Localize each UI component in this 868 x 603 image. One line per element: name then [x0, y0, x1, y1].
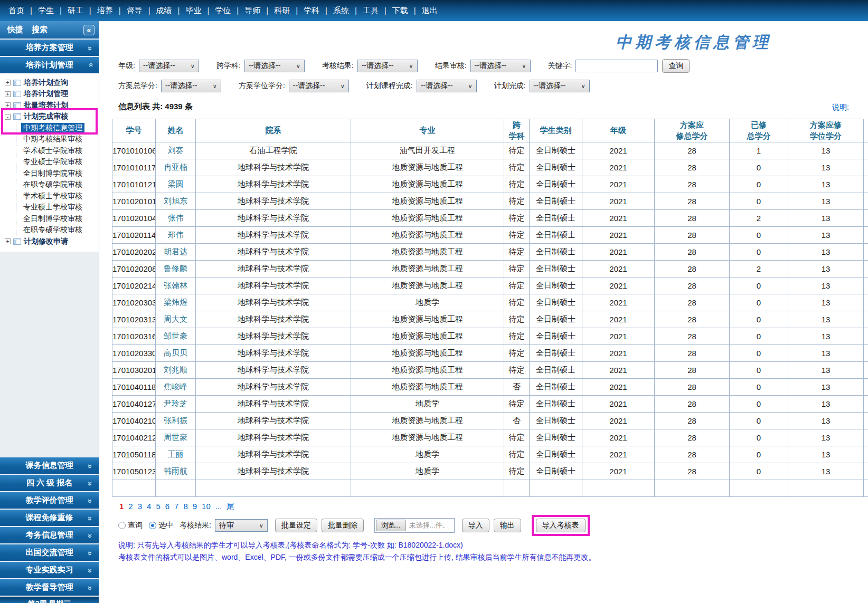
quick-link[interactable]: 快捷: [7, 25, 23, 35]
student-name-link[interactable]: 焦峻峰: [164, 382, 187, 391]
tree-branch[interactable]: + 培养计划管理: [0, 89, 99, 100]
top-menu-item[interactable]: 督导: [127, 6, 156, 16]
page-link[interactable]: 8: [183, 502, 187, 511]
filter-select[interactable]: --请选择-- ∨: [530, 80, 590, 92]
expand-toggle-icon[interactable]: +: [5, 80, 11, 85]
page-link[interactable]: 3: [138, 502, 142, 511]
batch-delete-button[interactable]: 批量删除: [322, 519, 364, 532]
tree-leaf-link[interactable]: 在职专硕学院审核: [21, 179, 84, 190]
tree-leaf-link[interactable]: 中期考核结果审核: [21, 134, 84, 145]
top-menu-item[interactable]: 学位: [215, 6, 244, 16]
page-link[interactable]: 4: [147, 502, 151, 511]
student-name-link[interactable]: 鲁修麟: [164, 264, 187, 273]
expand-toggle-icon[interactable]: +: [5, 238, 11, 244]
filter-select[interactable]: --请选择-- ∨: [470, 60, 531, 72]
student-name-link[interactable]: 周大文: [164, 314, 187, 323]
tree-branch-plan-completion-audit[interactable]: - 计划完成审核: [0, 111, 99, 123]
expand-toggle-icon[interactable]: +: [5, 91, 11, 97]
sidebar-section[interactable]: 专业实践实习 »: [0, 562, 99, 578]
sidebar-section-plan-scheme[interactable]: 培养方案管理 »: [0, 40, 99, 56]
page-link[interactable]: 10: [202, 502, 211, 511]
top-menu-item[interactable]: 下载: [392, 6, 422, 16]
sidebar-section[interactable]: 教学评价管理 »: [0, 492, 99, 509]
student-name-link[interactable]: 刘旭东: [164, 196, 187, 205]
sidebar-section[interactable]: 课务信息管理 »: [0, 457, 99, 474]
filter-select[interactable]: --请选择-- ∨: [289, 80, 349, 92]
student-name-link[interactable]: 张伟: [168, 213, 184, 222]
browse-button[interactable]: 浏览...: [376, 520, 406, 531]
help-link[interactable]: 说明:: [832, 103, 849, 112]
import-assessment-form-button[interactable]: 导入考核表: [536, 519, 586, 532]
top-menu-item[interactable]: 退出: [422, 6, 438, 16]
top-menu-item[interactable]: 毕业: [185, 6, 215, 16]
sidebar-section[interactable]: 教学督导管理 »: [0, 579, 99, 596]
import-button[interactable]: 导入: [462, 519, 489, 532]
radio-query[interactable]: [118, 522, 126, 529]
tree-leaf-link[interactable]: 全日制博学院审核: [21, 168, 84, 179]
page-link[interactable]: 尾: [227, 502, 234, 511]
student-name-link[interactable]: 王丽: [168, 449, 184, 458]
page-link[interactable]: 1: [119, 502, 124, 511]
search-link[interactable]: 搜索: [32, 25, 48, 35]
student-name-link[interactable]: 高贝贝: [164, 348, 187, 357]
filter-select[interactable]: --请选择-- ∨: [244, 60, 305, 72]
filter-select[interactable]: --请选择-- ∨: [417, 80, 477, 92]
student-name-link[interactable]: 张利振: [164, 416, 187, 425]
radio-selected[interactable]: [149, 522, 156, 529]
filter-select[interactable]: --请选择-- ∨: [357, 60, 418, 72]
student-name-link[interactable]: 梁圆: [168, 179, 184, 188]
tree-branch[interactable]: + 培养计划查询: [0, 77, 99, 89]
tree-leaf-link[interactable]: 在职专硕学校审核: [21, 225, 84, 235]
student-name-link[interactable]: 邹世豪: [164, 331, 187, 340]
tree-branch[interactable]: + 计划修改申请: [0, 236, 99, 247]
result-select[interactable]: 待审 ∨: [215, 519, 268, 532]
top-menu-item[interactable]: 学生: [38, 6, 68, 16]
tree-leaf-link[interactable]: 学术硕士学院审核: [21, 146, 84, 156]
top-menu-item[interactable]: 培养: [97, 6, 127, 16]
student-name-link[interactable]: 刘赛: [168, 146, 184, 155]
sidebar-section-plan-manage[interactable]: 培养计划管理 »: [0, 57, 99, 73]
keyword-input[interactable]: [575, 60, 658, 72]
filter-select[interactable]: --请选择-- ∨: [161, 80, 221, 92]
student-name-link[interactable]: 郑伟: [168, 230, 184, 239]
tree-leaf-link[interactable]: 专业硕士学院审核: [21, 157, 84, 167]
student-name-link[interactable]: 刘兆顺: [164, 365, 187, 374]
sidebar-collapse-icon[interactable]: «: [83, 25, 95, 35]
sidebar-section[interactable]: 课程免修重修 »: [0, 510, 99, 526]
batch-set-button[interactable]: 批量设定: [275, 519, 317, 532]
student-name-link[interactable]: 韩雨航: [164, 466, 187, 475]
page-link[interactable]: ...: [215, 502, 222, 511]
student-name-link[interactable]: 周世豪: [164, 433, 187, 442]
page-link[interactable]: 6: [165, 502, 169, 511]
query-button[interactable]: 查询: [662, 59, 690, 73]
student-name-link[interactable]: 胡君达: [164, 247, 187, 256]
filter-select[interactable]: --请选择-- ∨: [139, 60, 199, 72]
tree-leaf-link[interactable]: 全日制博学校审核: [21, 214, 84, 224]
tree-branch[interactable]: + 批量培养计划: [0, 100, 99, 111]
top-menu-item[interactable]: 成绩: [156, 6, 186, 16]
sidebar-section[interactable]: 考务信息管理 »: [0, 527, 99, 543]
sidebar-section[interactable]: 出国交流管理 »: [0, 544, 99, 561]
student-name-link[interactable]: 冉亚楠: [164, 162, 187, 171]
expand-toggle-icon[interactable]: +: [5, 102, 11, 108]
tree-leaf-link[interactable]: 学术硕士学校审核: [21, 191, 84, 202]
sidebar-section[interactable]: 四 六 级 报名 »: [0, 475, 99, 491]
page-link[interactable]: 7: [174, 502, 178, 511]
top-menu-item[interactable]: 工具: [363, 6, 392, 16]
page-link[interactable]: 9: [193, 502, 197, 511]
top-menu-item[interactable]: 导师: [244, 6, 274, 16]
top-menu-item[interactable]: 科研: [274, 6, 304, 16]
tree-leaf-link[interactable]: 中期考核信息管理: [21, 123, 84, 133]
student-name-link[interactable]: 尹玲芝: [164, 399, 187, 408]
top-menu-item[interactable]: 首页: [8, 6, 38, 16]
tree-leaf-link[interactable]: 专业硕士学校审核: [21, 202, 84, 213]
page-link[interactable]: 5: [156, 502, 160, 511]
student-name-link[interactable]: 梁炜煜: [164, 298, 187, 307]
page-link[interactable]: 2: [128, 502, 133, 511]
student-name-link[interactable]: 张翰林: [164, 281, 187, 290]
top-menu-item[interactable]: 系统: [333, 6, 363, 16]
collapse-toggle-icon[interactable]: -: [5, 114, 11, 120]
top-menu-item[interactable]: 研工: [68, 6, 97, 16]
top-menu-item[interactable]: 学科: [304, 6, 333, 16]
export-button[interactable]: 输出: [494, 519, 521, 532]
